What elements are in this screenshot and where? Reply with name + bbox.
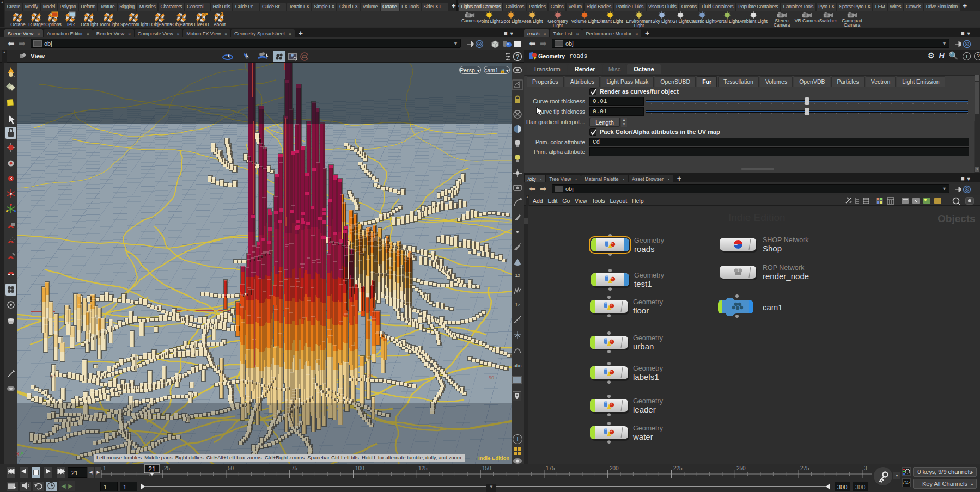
svg-text:Geometry: Geometry bbox=[634, 237, 665, 244]
svg-text:Geometry: Geometry bbox=[633, 365, 664, 372]
svg-text:labels1: labels1 bbox=[633, 372, 659, 382]
svg-text:Geometry: Geometry bbox=[633, 425, 664, 432]
svg-text:cam1: cam1 bbox=[763, 303, 783, 312]
svg-text:Geometry: Geometry bbox=[633, 334, 664, 342]
svg-text:SHOP Network: SHOP Network bbox=[763, 236, 809, 244]
svg-text:Geometry: Geometry bbox=[634, 272, 665, 279]
svg-text:Geometry: Geometry bbox=[633, 298, 664, 306]
svg-text:water: water bbox=[632, 432, 653, 441]
svg-text:leader: leader bbox=[633, 405, 656, 414]
svg-text:Geometry: Geometry bbox=[633, 397, 664, 405]
svg-text:-50: -50 bbox=[487, 375, 494, 380]
svg-text:roads: roads bbox=[634, 244, 655, 254]
svg-text:0.1: 0.1 bbox=[50, 374, 57, 379]
svg-text:floor: floor bbox=[633, 306, 649, 315]
svg-text:render_node: render_node bbox=[763, 272, 809, 281]
svg-text:?: ? bbox=[220, 11, 223, 17]
svg-text:Shop: Shop bbox=[763, 244, 782, 253]
svg-text:?: ? bbox=[516, 53, 519, 60]
svg-text:urban: urban bbox=[633, 342, 654, 351]
svg-text:test1: test1 bbox=[634, 279, 652, 288]
svg-text:ROP Network: ROP Network bbox=[763, 264, 805, 272]
svg-text:-20: -20 bbox=[366, 373, 373, 378]
